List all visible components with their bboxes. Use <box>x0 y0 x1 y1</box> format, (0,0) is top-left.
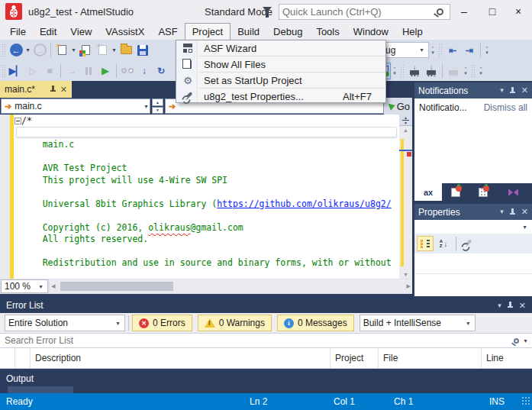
error-list-header[interactable]: Error List ▾ ✕ <box>0 298 532 313</box>
add-item-dropdown-icon[interactable]: ▾ <box>111 47 118 53</box>
menu-vassistx[interactable]: VAssistX <box>98 23 151 40</box>
quick-launch-input[interactable] <box>279 6 437 18</box>
toolbar-grip[interactable] <box>2 44 5 56</box>
breakpoint-margin[interactable] <box>0 115 10 279</box>
errors-toggle[interactable]: ✕ 0 Errors <box>132 315 192 331</box>
pin-icon[interactable] <box>507 302 514 309</box>
toolbar-overflow-icon[interactable]: ''▾ <box>477 67 485 75</box>
error-filter-combo[interactable]: Build + IntelliSense▾ <box>360 315 476 331</box>
menu-item-asf-wizard[interactable]: ASF Wizard <box>176 40 385 56</box>
warnings-toggle[interactable]: 0 Warnings <box>198 315 272 331</box>
severity-icon-column[interactable] <box>0 348 15 368</box>
property-pages-disabled-button[interactable] <box>459 236 476 251</box>
team-explorer-tab[interactable] <box>497 183 524 201</box>
window-position-icon[interactable]: ▾ <box>500 208 504 215</box>
menu-debug[interactable]: Debug <box>266 23 309 40</box>
go-button[interactable]: Go <box>384 98 412 115</box>
window-position-icon[interactable]: ▾ <box>498 302 501 309</box>
tab-main-c[interactable]: main.c* ✕ <box>0 81 72 98</box>
menu-asf[interactable]: ASF <box>151 23 184 40</box>
resize-grip[interactable] <box>521 396 530 405</box>
scroll-up-icon[interactable]: ▲ <box>399 128 412 133</box>
menu-help[interactable]: Help <box>395 23 430 40</box>
messages-toggle[interactable]: i 0 Messages <box>277 315 354 331</box>
pause-disabled-button[interactable] <box>80 63 97 79</box>
menu-edit[interactable]: Edit <box>33 23 63 40</box>
error-search-box[interactable]: ▾ <box>0 333 532 348</box>
pin-icon[interactable] <box>509 208 516 216</box>
categorized-view-button[interactable] <box>417 236 434 251</box>
code-link[interactable]: https://github.com/olikraus/u8g2/ <box>217 199 391 209</box>
run-without-debugging-button[interactable]: ▶ <box>97 63 114 79</box>
editor-vertical-scrollbar[interactable]: ▲▼ ▲ ▼ <box>399 115 412 279</box>
new-project-dropdown-icon[interactable]: ▾ <box>70 47 77 53</box>
refresh-button[interactable]: ↻ <box>153 63 169 79</box>
editor-horizontal-scrollbar[interactable]: ◀ ▶ <box>50 279 412 293</box>
toolbar-grip[interactable] <box>438 44 442 56</box>
open-file-button[interactable] <box>118 42 134 59</box>
toolbar-grip[interactable] <box>2 64 5 77</box>
navigate-back-button[interactable]: ← <box>8 42 24 59</box>
dismiss-all-link[interactable]: Dismiss all <box>484 102 527 113</box>
menu-view[interactable]: View <box>63 23 98 40</box>
add-item-button[interactable] <box>77 42 94 59</box>
toolbar-overflow-icon[interactable]: ''▾ <box>483 47 491 54</box>
menu-window[interactable]: Window <box>347 23 395 40</box>
close-icon[interactable]: ✕ <box>521 86 528 95</box>
column-header-description[interactable]: Description <box>31 348 330 368</box>
column-header-file[interactable]: File <box>379 348 482 368</box>
add-new-item-disabled-button[interactable]: ✶ <box>94 42 111 59</box>
scroll-down-icon[interactable]: ▼ <box>399 272 412 277</box>
pin-icon[interactable] <box>50 86 56 93</box>
menu-item-show-all-files[interactable]: Show All Files <box>176 56 385 72</box>
restart-disabled-button[interactable]: ▷ <box>24 63 41 79</box>
menu-build[interactable]: Build <box>231 23 266 40</box>
mode-filter-icon[interactable] <box>263 7 272 12</box>
close-icon[interactable]: ✕ <box>519 302 526 310</box>
navigate-backward-context-icon[interactable]: ⇤ <box>444 42 461 59</box>
scroll-left-icon[interactable]: ◀ <box>51 283 55 289</box>
code-text[interactable]: /* main.c AVR Test Project This project … <box>21 115 392 270</box>
collapse-region-icon[interactable] <box>15 118 21 124</box>
toolbar-grip[interactable] <box>471 64 475 77</box>
toolbar-overflow-icon[interactable]: ''▾ <box>462 67 469 75</box>
solution-explorer-tab[interactable] <box>442 183 469 201</box>
properties-window-tab[interactable] <box>469 183 497 201</box>
start-debugging-button[interactable]: ▶▏ <box>8 63 24 79</box>
notifications-panel-header[interactable]: Notifications ▾ ✕ <box>414 82 532 98</box>
quick-launch-box[interactable] <box>279 4 450 20</box>
menu-item-u8g2-test-properties[interactable]: u8g2_test Properties...Alt+F7 <box>176 89 385 104</box>
menu-item-set-as-startup-project[interactable]: ⚙Set as StartUp Project <box>176 73 385 88</box>
toolbar-overflow-icon[interactable]: ''▾ <box>429 47 437 54</box>
properties-object-combo[interactable]: ▾ <box>414 220 532 234</box>
split-editor-handle[interactable]: ▲▼ <box>399 115 412 126</box>
close-tab-icon[interactable]: ✕ <box>60 86 67 94</box>
read-device-disabled-button[interactable]: ↓ <box>445 63 462 79</box>
scrollbar-thumb[interactable] <box>60 282 173 291</box>
step-over-disabled-button[interactable]: → <box>63 63 80 79</box>
toolbar-overflow-icon[interactable]: ''▾ <box>391 67 398 75</box>
toolbar-grip[interactable] <box>400 64 404 77</box>
column-header-line[interactable]: Line <box>482 348 532 368</box>
properties-panel-header[interactable]: Properties ▾ ✕ <box>414 204 532 220</box>
navigate-forward-context-icon[interactable]: ⇥ <box>461 42 478 59</box>
editor-zoom-combo[interactable]: 100 %▾ <box>1 279 48 293</box>
close-button[interactable]: × <box>507 0 530 23</box>
error-search-input[interactable] <box>0 335 514 346</box>
minimize-button[interactable]: – <box>453 0 476 23</box>
attach-to-target-button[interactable]: ↓ <box>136 63 153 79</box>
pin-icon[interactable] <box>509 87 516 95</box>
menu-project[interactable]: Project <box>185 23 231 40</box>
search-options-icon[interactable]: ▾ <box>522 337 529 344</box>
menu-tools[interactable]: Tools <box>309 23 346 40</box>
menu-file[interactable]: File <box>3 23 33 40</box>
new-project-button[interactable]: ✶ <box>53 42 70 59</box>
close-icon[interactable]: ✕ <box>521 208 528 216</box>
column-header-project[interactable]: Project <box>330 348 379 368</box>
scroll-right-icon[interactable]: ▶ <box>407 283 411 289</box>
navigate-back-dropdown-icon[interactable]: ▾ <box>24 47 31 53</box>
file-scope-combo[interactable]: ➔ main.c ▾ <box>1 98 150 114</box>
maximize-button[interactable]: □ <box>481 0 504 23</box>
quick-watch-disabled-icon[interactable] <box>119 63 136 79</box>
error-scope-combo[interactable]: Entire Solution▾ <box>5 315 125 331</box>
